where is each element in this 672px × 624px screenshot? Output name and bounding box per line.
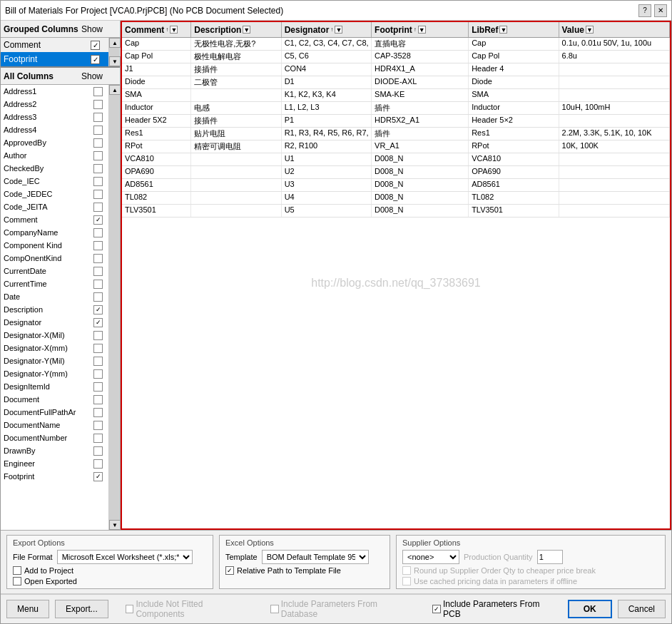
col-item-code-jedec[interactable]: Code_JEDEC [1, 188, 108, 200]
close-button[interactable]: ✕ [654, 4, 667, 17]
col-item-drawnby[interactable]: DrawnBy [1, 444, 108, 457]
col-check-engineer[interactable] [93, 459, 103, 469]
col-item-desig-x-mm[interactable]: Designator-X(mm) [1, 342, 108, 354]
col-item-documentnumber[interactable]: DocumentNumber [1, 431, 108, 444]
open-exported-check[interactable] [13, 577, 21, 585]
col-item-date[interactable]: Date [1, 290, 108, 303]
col-check-designator[interactable] [93, 318, 103, 327]
col-item-code-iec[interactable]: Code_IEC [1, 175, 108, 188]
comment-filter-icon[interactable]: ▼ [170, 26, 178, 34]
col-item-componentkind[interactable]: CompOnentKind [1, 252, 108, 265]
col-check-desig-y-mil[interactable] [93, 357, 103, 366]
libref-filter-icon[interactable]: ▼ [499, 26, 507, 34]
col-check-description[interactable] [93, 305, 103, 314]
col-item-code-jeita[interactable]: Code_JEITA [1, 200, 108, 213]
col-item-description[interactable]: Description [1, 303, 108, 316]
col-item-designator[interactable]: Designator [1, 316, 108, 329]
col-check-document[interactable] [93, 395, 103, 404]
col-check-code-jedec[interactable] [93, 190, 103, 199]
col-check-author[interactable] [93, 151, 103, 160]
th-description[interactable]: Description ▼ [191, 22, 281, 37]
col-check-code-iec[interactable] [93, 177, 103, 186]
file-format-select[interactable]: Microsoft Excel Worksheet (*.xls;*.xlsx;… [57, 550, 193, 564]
desig-filter-icon[interactable]: ▼ [335, 26, 342, 34]
col-item-documentname[interactable]: DocumentName [1, 419, 108, 431]
col-item-address3[interactable]: Address3 [1, 111, 108, 123]
export-button[interactable]: Export... [55, 600, 108, 618]
col-item-currentdate[interactable]: CurrentDate [1, 265, 108, 277]
menu-button[interactable]: Menu [6, 600, 49, 618]
col-check-documentname[interactable] [93, 421, 103, 430]
grouped-item-comment[interactable]: Comment [1, 38, 108, 52]
col-item-companyname[interactable]: CompanyName [1, 226, 108, 239]
col-check-drawnby[interactable] [93, 446, 103, 456]
col-item-address1[interactable]: Address1 [1, 85, 108, 98]
col-check-companyname[interactable] [93, 228, 103, 237]
grouped-footprint-check[interactable] [91, 55, 100, 64]
col-item-address4[interactable]: Address4 [1, 123, 108, 136]
th-footprint[interactable]: Footprint ↑ ▼ [372, 22, 469, 37]
col-item-footprint[interactable]: Footprint [1, 470, 108, 483]
col-item-component-kind[interactable]: Component Kind [1, 239, 108, 252]
th-value[interactable]: Value ▼ [559, 22, 670, 37]
col-check-desig-x-mm[interactable] [93, 344, 103, 353]
help-button[interactable]: ? [638, 4, 651, 17]
col-item-desig-y-mm[interactable]: Designator-Y(mm) [1, 367, 108, 380]
col-check-currentdate[interactable] [93, 267, 103, 276]
col-item-currenttime[interactable]: CurrentTime [1, 277, 108, 290]
col-item-approvedby[interactable]: ApprovedBy [1, 136, 108, 149]
add-to-project-check[interactable] [13, 566, 21, 575]
include-not-fitted-check[interactable] [126, 605, 134, 613]
col-item-engineer[interactable]: Engineer [1, 457, 108, 470]
col-check-designitemid[interactable] [93, 382, 103, 392]
col-item-documentfullpath[interactable]: DocumentFullPathAr [1, 406, 108, 419]
col-item-checkedby[interactable]: CheckedBy [1, 162, 108, 175]
ok-button[interactable]: OK [568, 600, 612, 618]
col-check-address3[interactable] [93, 113, 103, 122]
col-check-currenttime[interactable] [93, 280, 103, 289]
col-check-approvedby[interactable] [93, 138, 103, 148]
scroll-up-btn[interactable]: ▲ [109, 38, 121, 48]
cancel-button[interactable]: Cancel [618, 600, 666, 618]
all-columns-scrollbar[interactable]: ▲ ▼ [108, 85, 120, 530]
col-item-comment[interactable]: Comment [1, 213, 108, 226]
production-qty-input[interactable] [537, 550, 563, 564]
col-item-desig-y-mil[interactable]: Designator-Y(Mil) [1, 354, 108, 367]
grouped-scrollbar[interactable]: ▲ ▼ [108, 38, 120, 66]
col-check-address2[interactable] [93, 100, 103, 109]
col-item-designitemid[interactable]: DesignItemId [1, 380, 108, 393]
th-designator[interactable]: Designator ↑ ▼ [282, 22, 372, 37]
desc-filter-icon[interactable]: ▼ [243, 26, 250, 34]
col-check-desig-y-mm[interactable] [93, 369, 103, 379]
fp-filter-icon[interactable]: ▼ [418, 26, 426, 34]
col-check-address1[interactable] [93, 87, 103, 96]
include-parameters-pcb-check[interactable] [432, 605, 441, 613]
col-item-document[interactable]: Document [1, 393, 108, 406]
include-parameters-db-check[interactable] [270, 605, 279, 613]
col-check-component-kind[interactable] [93, 241, 103, 250]
col-check-footprint[interactable] [93, 472, 103, 481]
grouped-item-footprint[interactable]: Footprint [1, 52, 108, 66]
grouped-comment-check[interactable] [91, 41, 100, 50]
col-check-documentnumber[interactable] [93, 434, 103, 443]
th-comment[interactable]: Comment ↑ ▼ [122, 22, 191, 37]
col-check-desig-x-mil[interactable] [93, 331, 103, 340]
col-check-code-jeita[interactable] [93, 203, 103, 212]
col-item-author[interactable]: Author [1, 149, 108, 162]
col-check-componentkind[interactable] [93, 254, 103, 263]
col-item-desig-x-mil[interactable]: Designator-X(Mil) [1, 329, 108, 342]
col-check-address4[interactable] [93, 126, 103, 135]
supplier-select[interactable]: <none> [402, 550, 459, 564]
all-scroll-up[interactable]: ▲ [109, 85, 120, 95]
col-check-comment[interactable] [93, 215, 103, 225]
value-filter-icon[interactable]: ▼ [586, 26, 594, 34]
col-check-documentfullpath[interactable] [93, 408, 103, 417]
col-check-date[interactable] [93, 292, 103, 302]
template-select[interactable]: BOM Default Template 95.xlt [262, 550, 369, 564]
scroll-down-btn[interactable]: ▼ [109, 56, 121, 66]
all-scroll-down[interactable]: ▼ [109, 520, 120, 530]
col-item-address2[interactable]: Address2 [1, 98, 108, 111]
col-check-checkedby[interactable] [93, 164, 103, 173]
th-libref[interactable]: LibRef ▼ [469, 22, 559, 37]
relative-path-check[interactable] [225, 566, 234, 575]
